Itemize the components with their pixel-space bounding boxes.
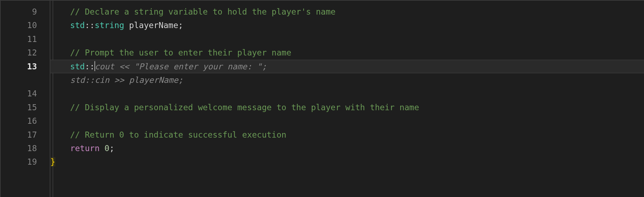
ident-token: playerName	[129, 21, 178, 30]
type-token: string	[95, 21, 124, 30]
ns-token: std	[70, 62, 85, 71]
keyword-token: return	[70, 144, 99, 153]
code-line[interactable]: // Prompt the user to enter their player…	[50, 46, 644, 59]
punct-token: ::	[85, 21, 95, 30]
brace-match-token: }	[50, 157, 55, 166]
code-line[interactable]	[50, 87, 644, 100]
line-number: 9	[1, 5, 37, 18]
code-line[interactable]: // Return 0 to indicate successful execu…	[50, 128, 644, 142]
code-line[interactable]: return 0;	[50, 142, 644, 155]
code-line[interactable]: // Declare a string variable to hold the…	[50, 5, 644, 18]
code-line[interactable]	[50, 1, 644, 5]
code-line[interactable]: // Display a personalized welcome messag…	[50, 101, 644, 114]
code-line[interactable]	[50, 114, 644, 128]
ns-token: std	[70, 21, 85, 30]
comment-token: // Return 0 to indicate successful execu…	[70, 130, 286, 139]
line-number: 14	[1, 87, 37, 100]
line-number: 13	[1, 60, 37, 73]
text-cursor	[94, 61, 95, 71]
line-number: 15	[1, 101, 37, 114]
code-line[interactable]	[50, 32, 644, 46]
ghost-token: cout << "Please enter your name: ";	[95, 62, 267, 71]
code-line[interactable]: std::cout << "Please enter your name: ";	[50, 60, 644, 73]
code-text	[124, 21, 129, 30]
line-number: 12	[1, 46, 37, 59]
punct-token: ;	[109, 144, 114, 153]
punct-token: ::	[85, 62, 95, 71]
ghost-suggestion-line: std::cin >> playerName;	[50, 73, 644, 87]
number-token: 0	[104, 144, 109, 153]
code-area[interactable]: // Declare a string variable to hold the…	[50, 1, 644, 197]
code-line[interactable]: }	[50, 155, 644, 169]
punct-token: ;	[178, 21, 183, 30]
line-number-gutter: 910111213141516171819	[1, 1, 50, 197]
line-number: 16	[1, 114, 37, 128]
line-number: 17	[1, 128, 37, 142]
code-editor[interactable]: 910111213141516171819 // Declare a strin…	[0, 0, 644, 197]
comment-token: // Declare a string variable to hold the…	[70, 7, 335, 16]
code-line[interactable]: std::string playerName;	[50, 18, 644, 32]
line-number: 18	[1, 142, 37, 155]
code-text	[99, 144, 104, 153]
line-number	[1, 1, 37, 5]
line-number: 19	[1, 155, 37, 169]
line-number-spacer	[1, 73, 37, 87]
ghost-token: std::cin >> playerName;	[70, 75, 183, 85]
comment-token: // Prompt the user to enter their player…	[70, 48, 291, 57]
comment-token: // Display a personalized welcome messag…	[70, 103, 419, 112]
line-number: 10	[1, 18, 37, 32]
line-number: 11	[1, 32, 37, 46]
